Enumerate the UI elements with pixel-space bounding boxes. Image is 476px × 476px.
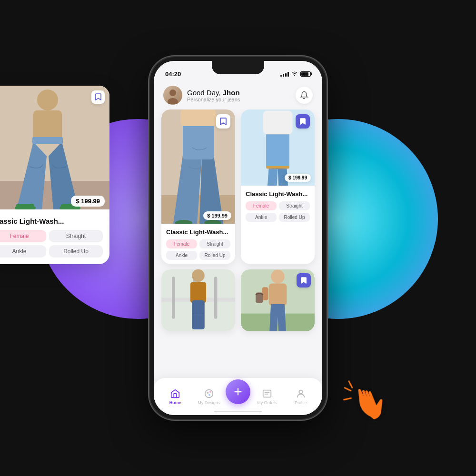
status-bar: 04:20 [154,61,322,82]
tag-female-1[interactable]: Female [166,239,197,248]
popup-body: Classic Light-Wash... Female Straight An… [0,211,109,264]
card-2-image-wrap: $ 199.99 [241,109,315,186]
product-card-4[interactable] [241,269,315,331]
status-time: 04:20 [165,70,181,78]
signal-bars [280,71,289,77]
popup-price: $ 199.99 [71,196,105,207]
tag-ankle-2[interactable]: Ankle [246,213,277,222]
orders-icon [262,388,272,399]
card-1-bookmark[interactable] [216,114,230,129]
svg-rect-42 [16,204,34,208]
popup-bookmark[interactable] [91,90,105,104]
card-2-info: Classic Light-Wash... Female Straight An… [241,186,315,226]
card-2-tags: Female Straight Ankle Rolled Up [246,201,310,222]
nav-profile[interactable]: Profile [284,388,318,405]
popup-tag-straight[interactable]: Straight [49,230,103,242]
nav-designs-label: My Designs [198,400,220,405]
svg-point-30 [207,392,208,394]
signal-bar-1 [280,75,282,77]
svg-rect-4 [183,124,214,159]
popup-image [0,86,109,209]
subtitle-text: Personalize your jeans [187,97,240,102]
svg-rect-33 [263,390,271,397]
svg-line-46 [344,397,351,401]
tag-straight-1[interactable]: Straight [199,239,230,248]
app-content: Good Day, Jhon Personalize your jeans [154,82,322,415]
svg-rect-20 [192,300,205,329]
svg-rect-19 [190,282,206,303]
svg-point-18 [192,269,205,282]
designs-icon [204,388,214,399]
svg-point-25 [271,270,285,284]
wifi-icon [291,71,298,77]
card-4-image-wrap [241,269,315,331]
card-1-info: Classic Light-Wash... Female Straight An… [161,224,235,264]
svg-point-32 [208,394,210,396]
greeting-text: Good Day, [187,89,221,97]
popup-card: $ 199.99 Classic Light-Wash... Female St… [0,86,109,264]
tag-straight-2[interactable]: Straight [279,201,310,210]
card-4-bookmark[interactable] [297,273,311,288]
product-card-2[interactable]: $ 199.99 Classic Light-Wash... [241,109,315,264]
popup-tags: Female Straight Ankle Rolled Up [0,230,103,258]
nav-home[interactable]: Home [159,388,192,405]
svg-rect-17 [214,277,218,319]
card-2-price: $ 199.99 [285,174,311,182]
nav-orders-label: My Orders [257,400,277,405]
popup-image-wrap: $ 199.99 [0,86,109,211]
svg-line-47 [349,381,352,388]
phone-screen: 04:20 [154,61,322,415]
svg-line-45 [345,386,351,392]
card-1-tags: Female Straight Ankle Rolled Up [166,239,230,260]
home-icon [170,388,180,399]
nav-add-button[interactable] [226,379,250,404]
nav-profile-label: Profile [295,400,307,405]
svg-rect-11 [263,111,293,135]
username-text: Jhon [223,89,240,97]
svg-rect-40 [32,137,63,144]
svg-rect-26 [269,284,287,306]
nav-designs[interactable]: My Designs [192,388,226,405]
bell-button[interactable] [296,87,313,104]
svg-point-29 [205,389,213,397]
popup-tag-ankle[interactable]: Ankle [0,245,46,258]
card-2-bookmark[interactable] [296,114,310,129]
card-3-image-wrap [161,269,235,331]
svg-point-34 [299,390,302,393]
header: Good Day, Jhon Personalize your jeans [154,82,322,109]
svg-rect-10 [266,132,289,169]
battery-icon [300,71,311,77]
card-3-image [161,269,235,331]
bottom-nav: Home My Designs [154,378,322,415]
tag-rolledup-2[interactable]: Rolled Up [279,213,310,222]
status-icons [280,71,311,77]
popup-tag-rolledup[interactable]: Rolled Up [49,245,103,258]
nav-orders[interactable]: My Orders [250,388,284,405]
avatar [163,86,182,105]
product-grid: $ 199.99 Classic Light-Wash... [161,109,315,339]
svg-point-0 [169,89,176,96]
battery-fill [301,72,308,76]
svg-rect-15 [172,277,175,319]
product-card-3[interactable] [161,269,235,331]
svg-rect-24 [241,314,315,331]
notch [212,61,264,74]
card-1-name: Classic Light-Wash... [166,228,230,236]
add-icon [233,387,243,397]
svg-point-38 [37,89,58,110]
svg-rect-5 [180,109,216,126]
nav-home-label: Home [169,400,181,405]
phone-frame: 04:20 [150,57,326,419]
product-card-1[interactable]: $ 199.99 Classic Light-Wash... [161,109,235,264]
products-scroll[interactable]: $ 199.99 Classic Light-Wash... [154,109,322,381]
svg-point-31 [209,391,211,393]
card-2-name: Classic Light-Wash... [246,190,310,198]
home-indicator [214,411,262,412]
scene: 04:20 [0,0,476,476]
hand-decoration [336,364,412,446]
signal-bar-2 [283,74,284,77]
tag-female-2[interactable]: Female [246,201,277,210]
tag-rolledup-1[interactable]: Rolled Up [199,251,230,260]
tag-ankle-1[interactable]: Ankle [166,251,197,260]
popup-tag-female[interactable]: Female [0,230,46,242]
